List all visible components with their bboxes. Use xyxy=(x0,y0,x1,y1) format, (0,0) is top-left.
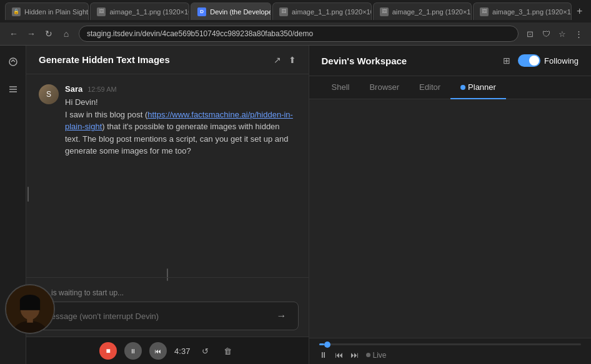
app-container: Generate Hidden Text Images ↗ ⬆ S Sara 1… xyxy=(0,46,591,364)
tab-aimage-2[interactable]: 🖼 aimage_2_1.png (1920×108... ✕ xyxy=(373,2,472,20)
svg-rect-11 xyxy=(27,318,33,323)
workspace-content xyxy=(309,99,592,338)
loop-icon[interactable]: ↺ xyxy=(197,343,212,358)
live-label: Live xyxy=(373,351,387,360)
tab-label-2: aimage_1_1.png (1920×1080) xyxy=(109,8,189,16)
workspace-panel: Devin's Workspace ⊞ Following Shell Brow… xyxy=(309,46,592,364)
workspace-tabs: Shell Browser Editor Planner xyxy=(309,76,592,99)
step-forward-icon[interactable]: ⏭ xyxy=(350,350,359,360)
tab-bar: 🔒 Hidden in Plain Sight - Je... 🖼 aimage… xyxy=(0,0,591,22)
address-text: staging.itsdev.in/devin/4cae569b510749cc… xyxy=(87,29,313,38)
nav-extensions-icon[interactable]: ⊡ xyxy=(524,27,536,40)
message-author: Sara xyxy=(65,84,82,94)
tab-label-3: Devin (the Developer) xyxy=(210,8,271,16)
tab-aimage-1-copy[interactable]: 🖼 aimage_1_1.png (1920×1080) ✕ xyxy=(272,2,372,20)
planner-dot-icon xyxy=(460,85,465,90)
live-dot-icon xyxy=(366,353,370,357)
status-text: ↓ is waiting to start up... xyxy=(36,284,299,302)
nav-icons: ⊡ 🛡 ☆ ⋮ xyxy=(524,27,585,40)
progress-fill xyxy=(319,343,324,345)
tab-label-6: aimage_3_1.png (1920×108... xyxy=(492,8,572,16)
new-tab-button[interactable]: + xyxy=(573,2,586,20)
recording-bar: ■ ⏸ ⏮ 4:37 ↺ 🗑 xyxy=(26,337,309,364)
playback-controls: ⏸ ⏮ ⏭ Live xyxy=(319,350,582,360)
scroll-indicator-left xyxy=(27,187,29,202)
nav-buttons: ← → ↻ ⌂ xyxy=(6,26,74,41)
progress-dot xyxy=(324,342,330,348)
toggle-knob xyxy=(529,56,539,66)
nav-refresh-button[interactable]: ↻ xyxy=(41,26,56,41)
message-sara: S Sara 12:59 AM Hi Devin! I saw in this … xyxy=(39,84,296,157)
toggle-switch[interactable] xyxy=(518,54,540,67)
tab-favicon-3: D xyxy=(197,7,206,16)
recording-time: 4:37 xyxy=(174,347,190,356)
message-time: 12:59 AM xyxy=(87,86,116,93)
sidebar-menu-icon[interactable] xyxy=(4,81,22,98)
svg-rect-10 xyxy=(20,301,40,310)
tab-browser[interactable]: Browser xyxy=(359,76,409,99)
live-indicator: Live xyxy=(366,351,387,360)
tab-favicon-5: 🖼 xyxy=(380,7,389,16)
tab-favicon-2: 🖼 xyxy=(97,7,106,16)
workspace-footer: ⏸ ⏮ ⏭ Live xyxy=(309,338,592,364)
tab-hidden-in-plain-sight[interactable]: 🔒 Hidden in Plain Sight - Je... xyxy=(5,2,89,20)
message-header: Sara 12:59 AM xyxy=(65,84,296,94)
face-svg xyxy=(6,284,54,333)
pause-playback-icon[interactable]: ⏸ xyxy=(319,350,327,360)
tab-shell[interactable]: Shell xyxy=(322,76,360,99)
nav-home-button[interactable]: ⌂ xyxy=(59,26,74,41)
rewind-button[interactable]: ⏮ xyxy=(149,342,167,360)
video-overlay xyxy=(5,284,55,334)
chat-header: Generate Hidden Text Images ↗ ⬆ xyxy=(26,46,309,74)
message-content: Sara 12:59 AM Hi Devin! I saw in this bl… xyxy=(65,84,296,157)
tab-editor[interactable]: Editor xyxy=(409,76,450,99)
chat-header-icons: ↗ ⬆ xyxy=(274,55,296,65)
chat-panel: Generate Hidden Text Images ↗ ⬆ S Sara 1… xyxy=(26,46,309,364)
tab-aimage-1[interactable]: 🖼 aimage_1_1.png (1920×1080) ✕ xyxy=(90,2,189,20)
nav-back-button[interactable]: ← xyxy=(6,26,21,41)
tab-label-5: aimage_2_1.png (1920×108... xyxy=(392,8,472,16)
tab-aimage-3[interactable]: 🖼 aimage_3_1.png (1920×108... ✕ xyxy=(473,2,572,20)
pause-button[interactable]: ⏸ xyxy=(124,342,142,360)
trash-icon[interactable]: 🗑 xyxy=(220,343,235,358)
tab-favicon-6: 🖼 xyxy=(480,7,489,16)
address-bar[interactable]: staging.itsdev.in/devin/4cae569b510749cc… xyxy=(79,26,519,42)
tab-favicon-4: 🖼 xyxy=(279,7,288,16)
grid-view-icon[interactable]: ⊞ xyxy=(503,56,510,66)
stop-button[interactable]: ■ xyxy=(99,342,117,360)
message-text: Hi Devin! I saw in this blog post (https… xyxy=(65,96,296,157)
chat-input-area: ↓ is waiting to start up... → xyxy=(26,277,309,337)
sara-avatar: S xyxy=(39,84,59,104)
nav-bar: ← → ↻ ⌂ staging.itsdev.in/devin/4cae569b… xyxy=(0,22,591,45)
chat-title: Generate Hidden Text Images xyxy=(39,54,170,65)
svg-point-0 xyxy=(9,58,17,66)
workspace-header: Devin's Workspace ⊞ Following xyxy=(309,46,592,76)
share-icon[interactable]: ⬆ xyxy=(289,55,296,65)
message-link[interactable]: https://www.factsmachine.ai/p/hidden-in-… xyxy=(65,110,293,132)
browser-chrome: 🔒 Hidden in Plain Sight - Je... 🖼 aimage… xyxy=(0,0,591,46)
tab-label-1: Hidden in Plain Sight - Je... xyxy=(24,8,89,16)
tab-planner[interactable]: Planner xyxy=(450,76,506,99)
sidebar-home-icon[interactable] xyxy=(4,53,22,71)
workspace-title: Devin's Workspace xyxy=(322,56,407,66)
following-label: Following xyxy=(544,56,579,66)
video-face xyxy=(6,285,54,333)
nav-shield-icon[interactable]: 🛡 xyxy=(540,27,552,40)
tab-favicon-1: 🔒 xyxy=(12,7,21,16)
chat-input[interactable] xyxy=(44,312,268,321)
progress-bar[interactable] xyxy=(319,343,582,345)
workspace-controls: ⊞ Following xyxy=(503,54,579,67)
nav-settings-icon[interactable]: ⋮ xyxy=(572,27,585,40)
step-back-icon[interactable]: ⏮ xyxy=(335,350,343,360)
chat-input-row: → xyxy=(36,302,299,330)
tab-label-4: aimage_1_1.png (1920×1080) xyxy=(292,8,372,16)
chart-icon[interactable]: ↗ xyxy=(274,55,281,65)
chat-messages[interactable]: S Sara 12:59 AM Hi Devin! I saw in this … xyxy=(26,74,309,272)
message-send-button[interactable]: → xyxy=(273,307,291,325)
nav-forward-button[interactable]: → xyxy=(24,26,39,41)
nav-star-icon[interactable]: ☆ xyxy=(556,27,569,40)
tab-devin-developer[interactable]: D Devin (the Developer) ✕ xyxy=(191,2,271,20)
following-toggle: Following xyxy=(518,54,579,67)
